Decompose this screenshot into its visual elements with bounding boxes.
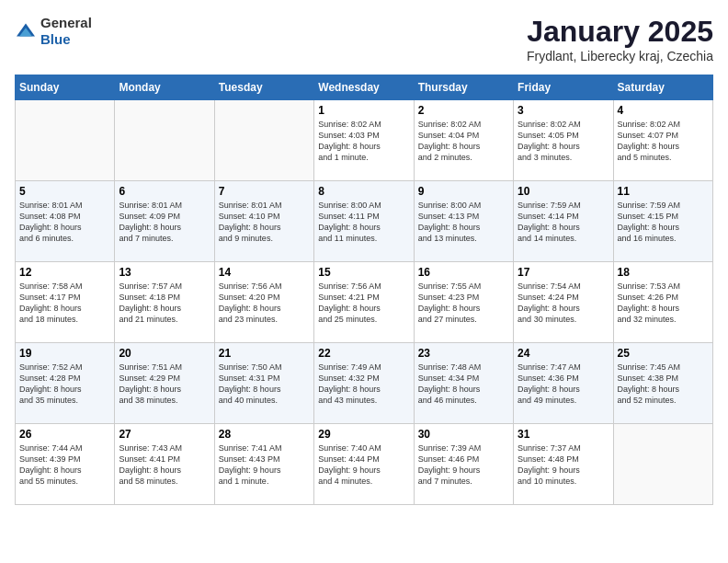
location-label: Frydlant, Liberecky kraj, Czechia	[527, 49, 713, 63]
day-number: 2	[418, 104, 509, 117]
calendar-cell: 11Sunrise: 7:59 AM Sunset: 4:15 PM Dayli…	[613, 181, 712, 262]
day-info: Sunrise: 7:53 AM Sunset: 4:26 PM Dayligh…	[618, 281, 709, 326]
calendar-cell: 24Sunrise: 7:47 AM Sunset: 4:36 PM Dayli…	[514, 343, 613, 424]
day-number: 23	[418, 347, 509, 360]
calendar-cell: 29Sunrise: 7:40 AM Sunset: 4:44 PM Dayli…	[314, 424, 414, 505]
day-info: Sunrise: 8:00 AM Sunset: 4:13 PM Dayligh…	[418, 200, 509, 245]
day-number: 6	[119, 185, 210, 198]
calendar-cell: 21Sunrise: 7:50 AM Sunset: 4:31 PM Dayli…	[214, 343, 313, 424]
calendar-cell: 23Sunrise: 7:48 AM Sunset: 4:34 PM Dayli…	[414, 343, 513, 424]
day-number: 4	[618, 104, 709, 117]
calendar-cell	[16, 100, 115, 181]
calendar-week-row: 26Sunrise: 7:44 AM Sunset: 4:39 PM Dayli…	[16, 424, 713, 505]
calendar-cell: 25Sunrise: 7:45 AM Sunset: 4:38 PM Dayli…	[613, 343, 712, 424]
day-info: Sunrise: 7:52 AM Sunset: 4:28 PM Dayligh…	[19, 362, 110, 407]
day-number: 14	[219, 266, 310, 279]
day-number: 26	[19, 428, 110, 441]
calendar-cell: 13Sunrise: 7:57 AM Sunset: 4:18 PM Dayli…	[115, 262, 214, 343]
day-info: Sunrise: 7:40 AM Sunset: 4:44 PM Dayligh…	[318, 442, 409, 488]
day-info: Sunrise: 8:01 AM Sunset: 4:10 PM Dayligh…	[219, 200, 310, 245]
day-info: Sunrise: 7:44 AM Sunset: 4:39 PM Dayligh…	[19, 442, 110, 488]
calendar-week-row: 12Sunrise: 7:58 AM Sunset: 4:17 PM Dayli…	[16, 262, 713, 343]
day-info: Sunrise: 8:02 AM Sunset: 4:07 PM Dayligh…	[618, 119, 709, 164]
day-number: 31	[518, 428, 609, 441]
day-info: Sunrise: 7:59 AM Sunset: 4:15 PM Dayligh…	[618, 200, 709, 245]
logo-text: General Blue	[40, 15, 92, 48]
day-number: 5	[19, 185, 110, 198]
day-number: 24	[518, 347, 609, 360]
day-info: Sunrise: 7:59 AM Sunset: 4:14 PM Dayligh…	[518, 200, 609, 245]
day-info: Sunrise: 8:00 AM Sunset: 4:11 PM Dayligh…	[318, 200, 409, 245]
calendar-cell: 12Sunrise: 7:58 AM Sunset: 4:17 PM Dayli…	[16, 262, 115, 343]
calendar-week-row: 19Sunrise: 7:52 AM Sunset: 4:28 PM Dayli…	[16, 343, 713, 424]
page-header: General Blue January 2025 Frydlant, Libe…	[15, 15, 713, 63]
calendar-cell: 27Sunrise: 7:43 AM Sunset: 4:41 PM Dayli…	[115, 424, 214, 505]
day-number: 18	[618, 266, 709, 279]
calendar-week-row: 5Sunrise: 8:01 AM Sunset: 4:08 PM Daylig…	[16, 181, 713, 262]
calendar-cell: 30Sunrise: 7:39 AM Sunset: 4:46 PM Dayli…	[414, 424, 513, 505]
calendar-week-row: 1Sunrise: 8:02 AM Sunset: 4:03 PM Daylig…	[16, 100, 713, 181]
day-info: Sunrise: 8:01 AM Sunset: 4:08 PM Dayligh…	[19, 200, 110, 245]
day-number: 15	[318, 266, 409, 279]
calendar-cell: 3Sunrise: 8:02 AM Sunset: 4:05 PM Daylig…	[514, 100, 613, 181]
day-info: Sunrise: 7:48 AM Sunset: 4:34 PM Dayligh…	[418, 362, 509, 407]
day-info: Sunrise: 7:47 AM Sunset: 4:36 PM Dayligh…	[518, 362, 609, 407]
calendar-cell: 20Sunrise: 7:51 AM Sunset: 4:29 PM Dayli…	[115, 343, 214, 424]
month-title: January 2025	[527, 15, 713, 49]
day-number: 19	[19, 347, 110, 360]
day-info: Sunrise: 7:37 AM Sunset: 4:48 PM Dayligh…	[518, 442, 609, 488]
day-header-tuesday: Tuesday	[214, 75, 313, 100]
calendar-cell: 14Sunrise: 7:56 AM Sunset: 4:20 PM Dayli…	[214, 262, 313, 343]
calendar-cell: 10Sunrise: 7:59 AM Sunset: 4:14 PM Dayli…	[514, 181, 613, 262]
calendar-cell: 5Sunrise: 8:01 AM Sunset: 4:08 PM Daylig…	[16, 181, 115, 262]
logo-general: General	[40, 15, 92, 30]
day-number: 7	[219, 185, 310, 198]
day-number: 12	[19, 266, 110, 279]
day-info: Sunrise: 7:51 AM Sunset: 4:29 PM Dayligh…	[119, 362, 210, 407]
calendar-cell: 8Sunrise: 8:00 AM Sunset: 4:11 PM Daylig…	[314, 181, 414, 262]
day-info: Sunrise: 7:49 AM Sunset: 4:32 PM Dayligh…	[318, 362, 409, 407]
day-number: 27	[119, 428, 210, 441]
day-info: Sunrise: 7:55 AM Sunset: 4:23 PM Dayligh…	[418, 281, 509, 326]
day-info: Sunrise: 7:56 AM Sunset: 4:20 PM Dayligh…	[219, 281, 310, 326]
day-number: 17	[518, 266, 609, 279]
calendar-cell: 4Sunrise: 8:02 AM Sunset: 4:07 PM Daylig…	[613, 100, 712, 181]
calendar-cell: 17Sunrise: 7:54 AM Sunset: 4:24 PM Dayli…	[514, 262, 613, 343]
day-info: Sunrise: 7:54 AM Sunset: 4:24 PM Dayligh…	[518, 281, 609, 326]
calendar-cell: 1Sunrise: 8:02 AM Sunset: 4:03 PM Daylig…	[314, 100, 414, 181]
calendar-cell: 22Sunrise: 7:49 AM Sunset: 4:32 PM Dayli…	[314, 343, 414, 424]
day-number: 29	[318, 428, 409, 441]
day-info: Sunrise: 7:39 AM Sunset: 4:46 PM Dayligh…	[418, 442, 509, 488]
day-info: Sunrise: 7:50 AM Sunset: 4:31 PM Dayligh…	[219, 362, 310, 407]
day-info: Sunrise: 8:01 AM Sunset: 4:09 PM Dayligh…	[119, 200, 210, 245]
calendar-table: SundayMondayTuesdayWednesdayThursdayFrid…	[15, 75, 713, 505]
day-number: 28	[219, 428, 310, 441]
calendar-cell	[214, 100, 313, 181]
logo: General Blue	[15, 15, 92, 48]
calendar-cell	[613, 424, 712, 505]
day-header-wednesday: Wednesday	[314, 75, 414, 100]
day-number: 10	[518, 185, 609, 198]
day-info: Sunrise: 7:58 AM Sunset: 4:17 PM Dayligh…	[19, 281, 110, 326]
day-number: 3	[518, 104, 609, 117]
day-info: Sunrise: 7:43 AM Sunset: 4:41 PM Dayligh…	[119, 442, 210, 488]
day-number: 1	[318, 104, 409, 117]
day-number: 21	[219, 347, 310, 360]
calendar-cell: 7Sunrise: 8:01 AM Sunset: 4:10 PM Daylig…	[214, 181, 313, 262]
calendar-cell: 26Sunrise: 7:44 AM Sunset: 4:39 PM Dayli…	[16, 424, 115, 505]
calendar-header-row: SundayMondayTuesdayWednesdayThursdayFrid…	[16, 75, 713, 100]
day-info: Sunrise: 8:02 AM Sunset: 4:03 PM Dayligh…	[318, 119, 409, 164]
day-header-sunday: Sunday	[16, 75, 115, 100]
day-header-saturday: Saturday	[613, 75, 712, 100]
title-block: January 2025 Frydlant, Liberecky kraj, C…	[527, 15, 713, 63]
day-header-friday: Friday	[514, 75, 613, 100]
day-number: 22	[318, 347, 409, 360]
day-number: 8	[318, 185, 409, 198]
calendar-cell: 18Sunrise: 7:53 AM Sunset: 4:26 PM Dayli…	[613, 262, 712, 343]
day-number: 11	[618, 185, 709, 198]
day-number: 30	[418, 428, 509, 441]
calendar-cell: 15Sunrise: 7:56 AM Sunset: 4:21 PM Dayli…	[314, 262, 414, 343]
logo-blue: Blue	[40, 31, 71, 47]
day-info: Sunrise: 8:02 AM Sunset: 4:04 PM Dayligh…	[418, 119, 509, 164]
logo-icon	[15, 22, 37, 40]
